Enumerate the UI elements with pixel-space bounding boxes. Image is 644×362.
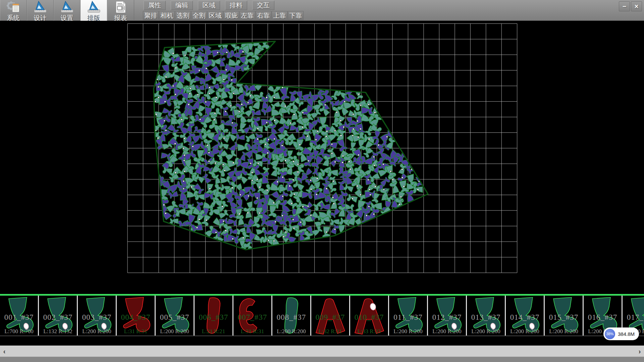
menu-item-region[interactable]: 区域 — [198, 1, 220, 10]
main-toolbar: 系统设计设置排版报表 属性编辑区域排料交互 聚排相机选割全割区域瑕疵左靠右靠上靠… — [0, 0, 644, 21]
tab-system[interactable]: 系统 — [0, 0, 27, 21]
window-controls: − × — [619, 1, 642, 11]
tab-layout[interactable]: 排版 — [80, 0, 107, 21]
part-tile-lr-count: L:200 R:200 — [389, 328, 427, 335]
tab-settings[interactable]: 设置 — [54, 0, 80, 21]
menu-item-edit[interactable]: 编辑 — [171, 1, 193, 10]
tool-button-row: 聚排相机选割全割区域瑕疵左靠右靠上靠下靠 — [143, 11, 304, 20]
part-tile-005[interactable]: 005_#37L:200 R:200 — [156, 296, 195, 336]
part-tile-lr-count: L:33 R:33 — [350, 328, 388, 335]
part-tile-007[interactable]: 007_#37L:31 R:31 — [233, 296, 272, 336]
memory-size-label: 384.8M — [618, 331, 635, 337]
part-tile-011[interactable]: 011_#37L:200 R:200 — [389, 296, 428, 336]
part-tile-lr-count: L:200 R:200 — [156, 328, 194, 335]
report-icon — [113, 1, 128, 13]
part-tile-label: 015_#37 — [545, 313, 583, 322]
memory-percent-icon: 38% — [605, 329, 615, 339]
part-tile-lr-count: L:200 R:200 — [272, 328, 310, 335]
part-tile-001[interactable]: 001_#37L:700 R:700 — [0, 296, 39, 336]
part-tile-003[interactable]: 003_#37L:200 R:200 — [78, 296, 117, 336]
application-window: 系统设计设置排版报表 属性编辑区域排料交互 聚排相机选割全割区域瑕疵左靠右靠上靠… — [0, 0, 644, 362]
part-tile-014[interactable]: 014_#37L:200 R:200 — [506, 296, 545, 336]
horizontal-scrollbar[interactable]: ‹ › — [0, 346, 644, 357]
part-tile-lr-count: L:200 R:200 — [467, 328, 505, 335]
tool-button-snap-bottom[interactable]: 下靠 — [288, 11, 304, 20]
gear-doc-icon — [6, 1, 21, 13]
main-tab-bar: 系统设计设置排版报表 — [0, 0, 134, 21]
menu-item-properties[interactable]: 属性 — [144, 1, 166, 10]
part-tile-label: 005_#37 — [156, 313, 194, 322]
part-tile-010[interactable]: 010_#37L:33 R:33 — [350, 296, 389, 336]
nesting-canvas[interactable] — [0, 21, 644, 294]
tool-button-flaw[interactable]: 瑕疵 — [223, 11, 239, 20]
ruler-icon — [87, 1, 101, 13]
part-tile-lr-count: L:200 R:200 — [506, 328, 544, 335]
status-bar — [0, 357, 644, 362]
part-tile-004[interactable]: 004_#37L:31 R:31 — [117, 296, 156, 336]
minimize-button[interactable]: − — [619, 1, 630, 11]
tab-design[interactable]: 设计 — [27, 0, 54, 21]
menu-bar: 属性编辑区域排料交互 — [144, 1, 279, 10]
part-tile-label: 014_#37 — [506, 313, 544, 322]
ruler-icon — [33, 1, 48, 13]
parts-filmstrip[interactable]: 001_#37L:700 R:700002_#37L:132 R:132003_… — [0, 296, 644, 336]
part-tile-label: 012_#37 — [428, 313, 466, 322]
part-tile-lr-count: L:700 R:700 — [0, 328, 38, 335]
part-tile-label: 011_#37 — [389, 313, 427, 322]
part-tile-label: 017_#37 — [623, 313, 644, 322]
part-tile-lr-count: L:21 R:21 — [195, 328, 232, 335]
part-tile-002[interactable]: 002_#37L:132 R:132 — [39, 296, 78, 336]
filmstrip-gap — [0, 337, 644, 346]
ruler-icon — [60, 1, 74, 13]
part-tile-012[interactable]: 012_#37L:200 R:200 — [428, 296, 467, 336]
tool-button-cut-all[interactable]: 全割 — [191, 11, 207, 20]
part-tile-lr-count: L:200 R:200 — [78, 328, 116, 335]
part-tile-lr-count: L:200 R:200 — [428, 328, 466, 335]
memory-badge[interactable]: 38% 384.8M — [603, 327, 639, 340]
part-tile-lr-count: L:200 R:200 — [545, 328, 583, 335]
tool-button-snap-right[interactable]: 右靠 — [256, 11, 271, 20]
tool-button-select-cut[interactable]: 选割 — [175, 11, 191, 20]
part-tile-label: 004_#37 — [117, 313, 155, 322]
part-tile-label: 003_#37 — [78, 313, 116, 322]
part-tile-009[interactable]: 009_#37L:32 R:31 — [311, 296, 350, 336]
scroll-right-icon[interactable]: › — [635, 348, 644, 355]
part-tile-label: 016_#37 — [584, 313, 622, 322]
part-tile-015[interactable]: 015_#37L:200 R:200 — [545, 296, 584, 336]
tool-button-region[interactable]: 区域 — [207, 11, 223, 20]
part-tile-006[interactable]: 006_#37L:21 R:21 — [195, 296, 233, 336]
part-tile-label: 009_#37 — [311, 313, 349, 322]
tool-button-camera[interactable]: 相机 — [159, 11, 175, 20]
part-tile-lr-count: L:31 R:31 — [233, 328, 271, 335]
tool-button-cluster-nest[interactable]: 聚排 — [143, 11, 159, 20]
scroll-left-icon[interactable]: ‹ — [0, 348, 9, 355]
part-tile-lr-count: L:132 R:132 — [39, 328, 77, 335]
part-tile-label: 013_#37 — [467, 313, 505, 322]
part-tile-label: 002_#37 — [39, 313, 77, 322]
part-tile-lr-count: L:31 R:31 — [117, 328, 155, 335]
part-tile-label: 006_#37 — [195, 313, 232, 322]
part-tile-label: 010_#37 — [350, 313, 388, 322]
part-tile-013[interactable]: 013_#37L:200 R:200 — [467, 296, 506, 336]
part-tile-008[interactable]: 008_#37L:200 R:200 — [272, 296, 311, 336]
canvas-svg — [0, 21, 644, 294]
tool-button-snap-top[interactable]: 上靠 — [272, 11, 287, 20]
menu-item-interact[interactable]: 交互 — [252, 1, 274, 10]
close-button[interactable]: × — [631, 1, 642, 11]
part-tile-label: 008_#37 — [272, 313, 310, 322]
part-tile-label: 007_#37 — [233, 313, 271, 322]
menu-item-nesting[interactable]: 排料 — [225, 1, 247, 10]
part-tile-lr-count: L:32 R:31 — [311, 328, 349, 335]
part-tile-label: 001_#37 — [0, 313, 38, 322]
tab-report[interactable]: 报表 — [107, 0, 134, 21]
tool-button-snap-left[interactable]: 左靠 — [239, 11, 255, 20]
